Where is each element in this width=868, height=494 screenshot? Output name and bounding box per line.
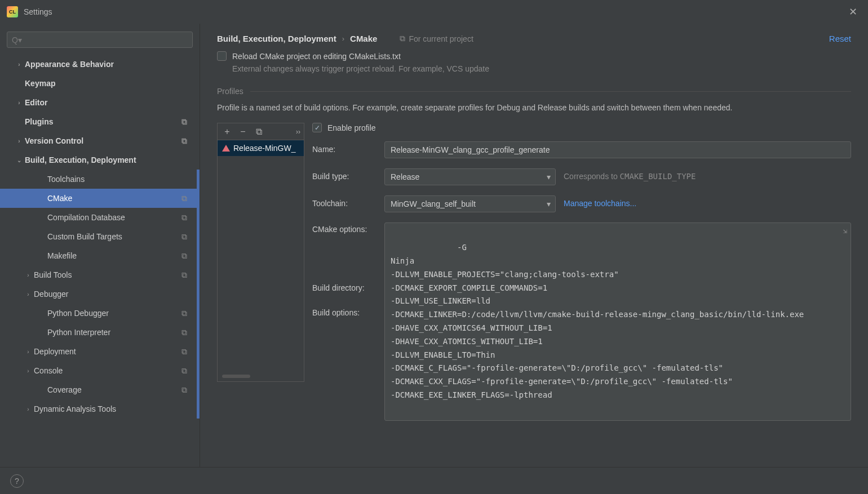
sidebar-item-label: Keymap	[25, 79, 55, 88]
modified-marker	[197, 323, 200, 342]
toolchain-label: Toolchain:	[312, 195, 384, 208]
chevron-right-icon: ›	[23, 272, 34, 278]
modified-marker	[197, 342, 200, 361]
manage-toolchains-link[interactable]: Manage toolchains...	[564, 195, 636, 208]
profile-name-input[interactable]	[384, 141, 851, 158]
sidebar-item-version-control[interactable]: ›Version Control⧉	[0, 131, 200, 150]
modified-marker	[197, 361, 200, 380]
project-scope-icon: ⧉	[181, 117, 191, 127]
close-icon[interactable]: ✕	[844, 6, 861, 18]
project-scope-icon: ⧉	[181, 366, 191, 376]
modified-marker	[197, 399, 200, 419]
search-input[interactable]	[7, 32, 193, 48]
chevron-right-icon: ·	[36, 176, 47, 183]
chevron-right-icon: ·	[14, 119, 25, 125]
sidebar-item-label: Deployment	[34, 347, 76, 356]
profiles-description: Profile is a named set of build options.…	[217, 101, 851, 114]
profile-list-item[interactable]: Release-MinGW_	[218, 140, 304, 156]
cmake-options-textarea[interactable]: ⇲-G Ninja -DLLVM_ENABLE_PROJECTS="clang;…	[384, 222, 851, 420]
sidebar-item-label: Build, Execution, Deployment	[25, 155, 136, 164]
modified-marker	[197, 208, 200, 227]
profile-list-item-label: Release-MinGW_	[233, 144, 295, 153]
chevron-right-icon: ›	[23, 368, 34, 374]
more-button[interactable]: ››	[296, 128, 300, 136]
sidebar-item-custom-build-targets[interactable]: ·Custom Build Targets⧉	[0, 227, 200, 246]
reload-checkbox-label: Reload CMake project on editing CMakeLis…	[232, 52, 401, 61]
reload-hint: External changes always trigger project …	[232, 64, 851, 73]
chevron-right-icon: ·	[36, 234, 47, 240]
reset-link[interactable]: Reset	[829, 34, 851, 43]
sidebar-item-keymap[interactable]: ·Keymap	[0, 74, 200, 93]
project-scope-icon: ⧉	[181, 347, 191, 357]
enable-profile-checkbox[interactable]	[312, 123, 322, 132]
breadcrumb-leaf: CMake	[350, 34, 377, 43]
sidebar-item-compilation-database[interactable]: ·Compilation Database⧉	[0, 208, 200, 227]
chevron-right-icon: ·	[36, 330, 47, 336]
chevron-right-icon: ›	[14, 138, 25, 144]
copy-icon: ⧉	[400, 34, 405, 43]
sidebar-item-python-debugger[interactable]: ·Python Debugger⧉	[0, 304, 200, 323]
sidebar-item-python-interpreter[interactable]: ·Python Interpreter⧉	[0, 323, 200, 342]
for-current-project: ⧉ For current project	[400, 34, 473, 43]
build-type-value: Release	[391, 172, 419, 181]
chevron-right-icon: ·	[36, 253, 47, 259]
sidebar-item-label: Debugger	[34, 290, 69, 299]
build-directory-label: Build directory:	[312, 234, 384, 292]
sidebar-item-cmake[interactable]: ·CMake⧉	[0, 189, 200, 208]
sidebar-item-label: Console	[34, 366, 63, 375]
sidebar-item-makefile[interactable]: ·Makefile⧉	[0, 246, 200, 265]
app-icon: CL	[7, 6, 18, 17]
for-current-project-label: For current project	[409, 34, 473, 43]
sidebar-item-deployment[interactable]: ›Deployment⧉	[0, 342, 200, 361]
sidebar-item-build-tools[interactable]: ›Build Tools⧉	[0, 265, 200, 284]
build-type-label: Build type:	[312, 168, 384, 181]
project-scope-icon: ⧉	[181, 213, 191, 222]
modified-marker	[197, 284, 200, 304]
sidebar-item-toolchains[interactable]: ·Toolchains	[0, 170, 200, 189]
breadcrumb-root[interactable]: Build, Execution, Deployment	[217, 34, 336, 43]
project-scope-icon: ⧉	[181, 251, 191, 261]
chevron-right-icon: ›	[23, 349, 34, 355]
sidebar-item-label: Dynamic Analysis Tools	[34, 404, 116, 413]
expand-icon[interactable]: ⇲	[843, 225, 847, 237]
sidebar-item-label: Plugins	[25, 117, 54, 126]
remove-profile-button[interactable]: −	[237, 127, 249, 137]
sidebar: ›Appearance & Behavior·Keymap›Editor·Plu…	[0, 24, 200, 467]
horizontal-scrollbar[interactable]	[222, 375, 250, 378]
sidebar-item-label: Compilation Database	[47, 213, 125, 222]
profiles-header: Profiles	[217, 87, 243, 96]
sidebar-item-debugger[interactable]: ›Debugger	[0, 284, 200, 304]
sidebar-item-build-execution-deployment[interactable]: ⌄Build, Execution, Deployment	[0, 150, 200, 170]
sidebar-item-console[interactable]: ›Console⧉	[0, 361, 200, 380]
sidebar-item-editor[interactable]: ›Editor	[0, 93, 200, 112]
chevron-right-icon: ·	[36, 215, 47, 221]
chevron-right-icon: ·	[36, 310, 47, 317]
sidebar-item-label: Coverage	[47, 385, 82, 394]
project-scope-icon: ⧉	[181, 270, 191, 280]
sidebar-item-dynamic-analysis-tools[interactable]: ›Dynamic Analysis Tools	[0, 399, 200, 419]
reload-checkbox[interactable]	[217, 51, 227, 61]
sidebar-item-label: Toolchains	[47, 175, 85, 184]
sidebar-item-label: Custom Build Targets	[47, 232, 122, 241]
divider	[250, 91, 851, 92]
cmake-icon	[222, 145, 230, 152]
sidebar-item-label: Appearance & Behavior	[25, 60, 114, 69]
copy-profile-button[interactable]: ⧉	[253, 127, 265, 137]
help-button[interactable]: ?	[10, 474, 24, 488]
settings-tree: ›Appearance & Behavior·Keymap›Editor·Plu…	[0, 52, 200, 467]
titlebar: CL Settings ✕	[0, 0, 868, 24]
project-scope-icon: ⧉	[181, 309, 191, 318]
bottom-bar: ?	[0, 467, 868, 494]
build-type-select[interactable]: Release	[384, 168, 556, 185]
modified-marker	[197, 246, 200, 265]
sidebar-item-coverage[interactable]: ·Coverage⧉	[0, 380, 200, 399]
project-scope-icon: ⧉	[181, 385, 191, 395]
sidebar-item-plugins[interactable]: ·Plugins⧉	[0, 112, 200, 131]
toolchain-value: MinGW_clang_self_built	[391, 199, 476, 208]
sidebar-item-appearance-behavior[interactable]: ›Appearance & Behavior	[0, 55, 200, 74]
sidebar-item-label: Python Interpreter	[47, 328, 110, 337]
project-scope-icon: ⧉	[181, 194, 191, 203]
toolchain-select[interactable]: MinGW_clang_self_built	[384, 195, 556, 212]
modified-marker	[197, 227, 200, 246]
add-profile-button[interactable]: +	[221, 127, 233, 137]
